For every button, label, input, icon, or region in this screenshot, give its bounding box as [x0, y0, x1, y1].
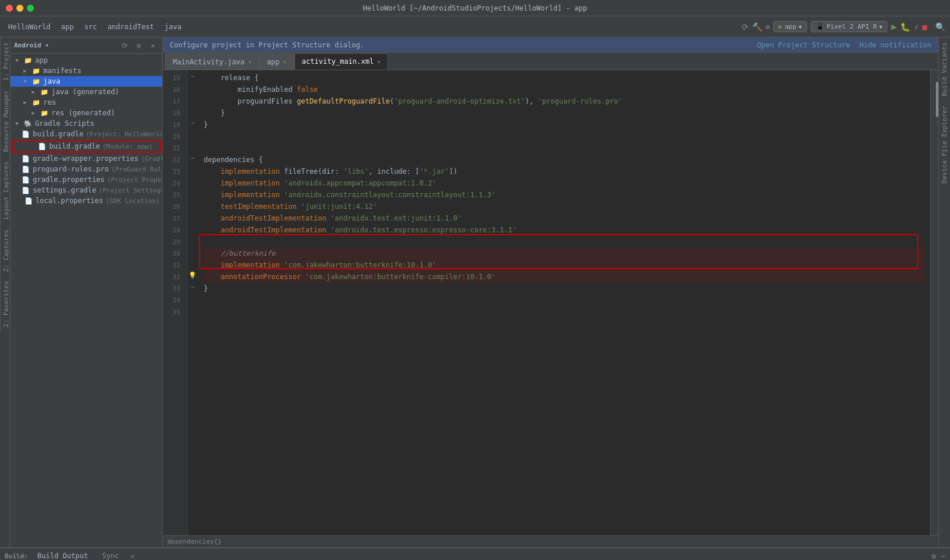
tree-label: java — [43, 77, 60, 85]
debug-button[interactable]: 🐛 — [900, 22, 910, 32]
fold-icon-22[interactable]: − — [188, 152, 197, 164]
window-controls[interactable] — [6, 5, 34, 12]
run-config-selector[interactable]: ▶ app ▼ — [773, 21, 807, 32]
expand-arrow[interactable]: ▶ — [23, 68, 32, 74]
code-editor[interactable]: 15 16 17 18 19 20 21 22 23 24 25 26 27 2… — [163, 70, 938, 535]
tree-local-properties[interactable]: 📄 local.properties (SDK Location) — [11, 195, 162, 206]
line-num: 23 — [163, 166, 184, 178]
build-panel-header: Build: Build Output Sync ✕ ⚙ − — [0, 548, 950, 560]
folder-icon: 📁 — [32, 98, 41, 107]
tab-activity-main[interactable]: activity_main.xml ✕ — [294, 53, 389, 70]
expand-arrow[interactable]: ▼ — [23, 78, 32, 84]
panel-sync-icon[interactable]: ⟳ — [119, 40, 131, 51]
project-menu[interactable]: HelloWorld — [5, 22, 54, 32]
expand-arrow[interactable]: ▼ — [15, 121, 23, 126]
scrollbar-handle[interactable] — [936, 82, 938, 117]
panel-gear-icon[interactable]: ⚙ — [133, 40, 145, 51]
java-breadcrumb[interactable]: java — [161, 22, 185, 32]
androidtest-breadcrumb[interactable]: androidTest — [104, 22, 157, 32]
line-numbers: 15 16 17 18 19 20 21 22 23 24 25 26 27 2… — [163, 70, 188, 535]
editor-scrollbar[interactable] — [930, 70, 938, 535]
resource-manager-label[interactable]: Resource Manager — [0, 85, 10, 157]
tree-java-generated[interactable]: ▶ 📁 java (generated) — [11, 87, 162, 97]
tree-res[interactable]: ▶ 📁 res — [11, 97, 162, 108]
panel-title[interactable]: Android ▾ — [14, 42, 49, 49]
code-line-33: } — [204, 283, 925, 295]
tree-build-gradle-module[interactable]: 📄 build.gradle (Module: app) — [12, 140, 161, 153]
line-num: 21 — [163, 143, 184, 154]
hide-notification-link[interactable]: Hide notification — [859, 41, 931, 49]
titlebar: HelloWorld [~/AndroidStudioProjects/Hell… — [0, 0, 950, 16]
line-num: 20 — [163, 131, 184, 143]
settings-icon[interactable]: ⚙ — [766, 23, 770, 31]
code-line-25: implementation 'androidx.constraintlayou… — [204, 190, 925, 201]
line-num: 29 — [163, 236, 184, 248]
tree-label: proguard-rules.pro — [33, 165, 109, 173]
z-captures-label[interactable]: Z: Captures — [0, 225, 10, 277]
build-variants-label[interactable]: Build Variants — [941, 37, 948, 101]
tab-label: activity_main.xml — [302, 57, 374, 66]
tree-gradle-properties[interactable]: 📄 gradle.properties (Project Properties) — [11, 174, 162, 185]
open-project-structure-link[interactable]: Open Project Structure — [757, 41, 850, 49]
gutter-18 — [188, 105, 197, 117]
code-line-15: release { — [204, 73, 925, 84]
fold-icon-33[interactable]: − — [188, 281, 197, 293]
sync-icon[interactable]: ⟳ — [742, 22, 749, 32]
panel-toolbar: Android ▾ ⟳ ⚙ ✕ — [11, 37, 162, 54]
tree-app[interactable]: ▼ 📁 app — [11, 55, 162, 66]
src-breadcrumb[interactable]: src — [81, 22, 101, 32]
expand-arrow[interactable]: ▶ — [32, 110, 40, 116]
tab-mainactivity[interactable]: MainActivity.java ✕ — [165, 53, 259, 70]
tree-java[interactable]: ▼ 📁 java — [11, 76, 162, 87]
tree-label: settings.gradle — [33, 186, 96, 194]
tree-label: local.properties — [36, 197, 104, 205]
device-selector[interactable]: 📱 Pixel 2 API R ▼ — [811, 21, 888, 32]
layout-captures-label[interactable]: Layout Captures — [0, 157, 10, 224]
expand-arrow[interactable]: ▼ — [15, 57, 23, 63]
code-line-21 — [204, 143, 925, 154]
attach-button[interactable]: ⚡ — [914, 22, 918, 32]
project-label[interactable]: 1: Project — [0, 37, 10, 85]
tree-gradle-scripts[interactable]: ▼ 🐘 Gradle Scripts — [11, 118, 162, 129]
favorites-label[interactable]: 2: Favorites — [0, 276, 10, 332]
bulb-icon-32[interactable]: 💡 — [188, 269, 197, 281]
build-settings-icon[interactable]: ⚙ — [931, 552, 936, 560]
app-breadcrumb[interactable]: app — [57, 22, 77, 32]
maximize-button[interactable] — [27, 5, 34, 12]
tab-close-icon[interactable]: ✕ — [283, 59, 287, 65]
tab-close-icon[interactable]: ✕ — [377, 59, 380, 65]
fold-icon-15[interactable]: − — [188, 70, 197, 82]
expand-arrow[interactable]: ▶ — [32, 89, 40, 95]
project-tree: ▼ 📁 app ▶ 📁 manifests ▼ 📁 java ▶ — [11, 54, 162, 547]
tree-gradle-wrapper[interactable]: 📄 gradle-wrapper.properties (Gradle Vers… — [11, 153, 162, 164]
build-minimize-icon[interactable]: − — [941, 552, 945, 560]
tab-app[interactable]: app ✕ — [259, 53, 294, 70]
sync-tab[interactable]: Sync — [97, 551, 124, 561]
minimize-button[interactable] — [16, 5, 23, 12]
code-content[interactable]: release { minifyEnabled false proguardFi… — [199, 70, 930, 535]
build-output-tab[interactable]: Build Output — [33, 551, 93, 561]
tree-manifests[interactable]: ▶ 📁 manifests — [11, 66, 162, 76]
device-file-explorer-label[interactable]: Device File Explorer — [941, 101, 948, 188]
close-button[interactable] — [6, 5, 13, 12]
tree-proguard[interactable]: 📄 proguard-rules.pro (ProGuard Rules for… — [11, 164, 162, 174]
tab-close-icon[interactable]: ✕ — [248, 59, 252, 65]
gradle-file-icon: 📄 — [21, 129, 30, 139]
panel-close-icon[interactable]: ✕ — [147, 40, 159, 51]
expand-arrow[interactable]: ▶ — [23, 99, 32, 105]
folder-icon: 📁 — [32, 77, 41, 86]
tree-label: Gradle Scripts — [35, 119, 94, 128]
line-num: 16 — [163, 84, 184, 96]
sync-close-icon[interactable]: ✕ — [131, 552, 135, 560]
run-button[interactable]: ▶ — [891, 21, 897, 32]
tree-res-generated[interactable]: ▶ 📁 res (generated) — [11, 108, 162, 118]
line-num: 34 — [163, 295, 184, 307]
tab-label: MainActivity.java — [173, 58, 245, 66]
fold-icon-19[interactable]: − — [188, 117, 197, 129]
hammer-icon[interactable]: 🔨 — [752, 22, 762, 32]
search-everywhere-icon[interactable]: 🔍 — [935, 22, 945, 32]
tree-build-gradle-project[interactable]: 📄 build.gradle (Project: HelloWorld) — [11, 129, 162, 139]
left-vertical-labels: 1: Project Resource Manager Layout Captu… — [0, 37, 11, 547]
tree-settings-gradle[interactable]: 📄 settings.gradle (Project Settings) — [11, 185, 162, 195]
stop-button[interactable]: ■ — [922, 22, 927, 32]
